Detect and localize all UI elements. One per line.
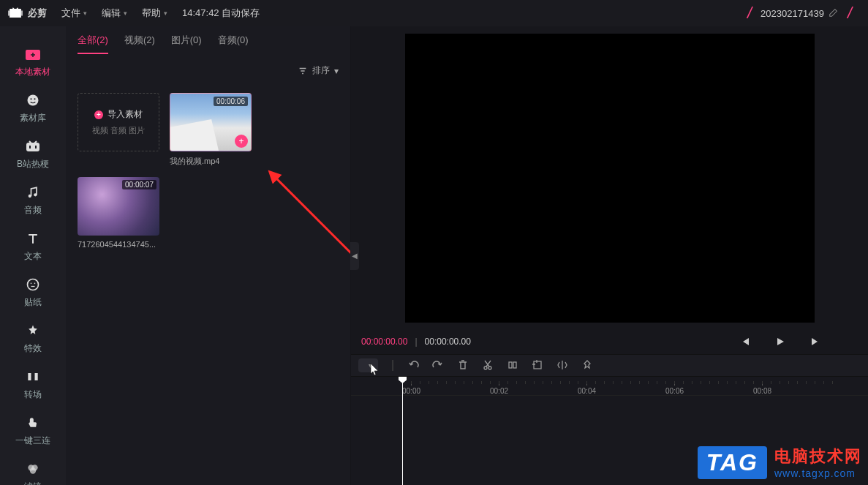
sidebar-item-triple-combo[interactable]: 一键三连: [0, 408, 66, 454]
tick-label: 00:08: [753, 387, 771, 395]
panel-collapse-handle[interactable]: ◀: [350, 242, 359, 270]
left-sidebar: 本地素材 素材库 B站热梗 音频 文本 贴纸 特效 转场: [0, 26, 66, 485]
total-time: 00:00:00.00: [425, 337, 471, 347]
asset-item[interactable]: 00:00:07 7172604544134745...: [78, 177, 159, 249]
svg-rect-6: [26, 143, 39, 151]
preview-canvas[interactable]: [405, 34, 815, 323]
chevron-down-icon: ▾: [83, 10, 87, 17]
svg-point-18: [30, 467, 36, 473]
import-subtitle: 视频 音频 图片: [92, 125, 145, 136]
bijian-logo-icon: [7, 7, 23, 20]
svg-rect-23: [513, 362, 516, 368]
chevron-down-icon: ▾: [369, 361, 372, 369]
next-frame-button[interactable]: [809, 337, 821, 347]
redo-button[interactable]: [432, 359, 444, 371]
timeline-ruler[interactable]: 00:00 00:02 00:04 00:06 00:08: [351, 377, 868, 396]
sidebar-item-label: 音频: [24, 204, 42, 217]
sidebar-item-local-assets[interactable]: 本地素材: [0, 40, 66, 86]
sidebar-item-label: 素材库: [20, 112, 46, 124]
chevron-down-icon: ▾: [164, 10, 167, 17]
svg-rect-22: [509, 362, 512, 368]
autosave-label: 14:47:42 自动保存: [182, 7, 260, 20]
svg-point-9: [29, 195, 31, 198]
tool-selection-mode[interactable]: ▾: [358, 358, 378, 372]
sort-bar[interactable]: 排序 ▾: [66, 54, 350, 83]
svg-point-10: [34, 193, 37, 196]
asset-filename: 7172604544134745...: [78, 240, 159, 249]
sidebar-item-asset-library[interactable]: 素材库: [0, 86, 66, 132]
watermark: TAG 电脑技术网 www.tagxp.com: [698, 445, 862, 479]
pin-button[interactable]: [581, 359, 593, 371]
sidebar-item-bilibili-memes[interactable]: B站热梗: [0, 132, 66, 178]
sidebar-item-text[interactable]: 文本: [0, 224, 66, 270]
sort-label: 排序: [312, 64, 330, 77]
chevron-down-icon: ▾: [334, 66, 339, 76]
timeline-toolbar: ▾ |: [351, 354, 868, 377]
tick-label: 00:00: [402, 387, 420, 395]
undo-button[interactable]: [407, 359, 419, 371]
playback-bar: 00:00:00.00 | 00:00:00.00: [351, 330, 868, 354]
app-logo: 必剪: [7, 7, 47, 20]
svg-point-4: [30, 98, 31, 99]
tab-all[interactable]: 全部(2): [78, 34, 108, 54]
topbar: 必剪 文件▾ 编辑▾ 帮助▾ 14:47:42 自动保存 / 202302171…: [0, 0, 868, 26]
sidebar-item-audio[interactable]: 音频: [0, 178, 66, 224]
menu-file[interactable]: 文件▾: [61, 7, 87, 20]
svg-rect-14: [28, 373, 31, 380]
svg-point-3: [28, 95, 39, 106]
menu-help[interactable]: 帮助▾: [142, 7, 167, 20]
tab-video[interactable]: 视频(2): [124, 34, 155, 54]
sidebar-item-label: 文本: [24, 250, 42, 263]
sidebar-item-filter[interactable]: 滤镜: [0, 454, 66, 485]
sidebar-item-label: 一键三连: [15, 435, 50, 447]
asset-grid: + 导入素材 视频 音频 图片 00:00:06 + 我的视频.mp4 00:0…: [66, 83, 350, 259]
prev-frame-button[interactable]: [739, 337, 751, 347]
asset-duration: 00:00:06: [214, 97, 248, 106]
sidebar-item-sticker[interactable]: 贴纸: [0, 270, 66, 316]
svg-rect-15: [35, 373, 38, 380]
tick-label: 00:04: [578, 387, 596, 395]
split-button[interactable]: [507, 359, 518, 371]
asset-panel: 全部(2) 视频(2) 图片(0) 音频(0) 排序 ▾ + 导入素材 视频 音…: [66, 26, 351, 485]
tick-label: 00:06: [665, 387, 684, 395]
add-to-timeline-button[interactable]: +: [235, 135, 248, 148]
preview-area: [351, 26, 868, 330]
import-asset-button[interactable]: + 导入素材 视频 音频 图片: [78, 93, 159, 167]
sidebar-item-label: 贴纸: [24, 296, 42, 309]
tick-label: 00:02: [490, 387, 508, 395]
svg-point-0: [12, 12, 14, 14]
sort-icon: [298, 66, 308, 76]
delete-button[interactable]: [457, 359, 469, 371]
crop-button[interactable]: [532, 359, 543, 371]
main-layout: 本地素材 素材库 B站热梗 音频 文本 贴纸 特效 转场: [0, 26, 868, 485]
asset-duration: 00:00:07: [122, 180, 156, 189]
watermark-line1: 电脑技术网: [774, 445, 862, 467]
deco-slash-icon: /: [747, 4, 752, 23]
edit-project-name-button[interactable]: [829, 7, 839, 20]
current-time: 00:00:00.00: [361, 337, 407, 347]
timeline-playhead[interactable]: [402, 377, 403, 485]
sidebar-item-label: 转场: [24, 388, 42, 401]
svg-rect-7: [29, 146, 31, 148]
sidebar-item-effects[interactable]: 特效: [0, 316, 66, 362]
play-button[interactable]: [774, 337, 786, 347]
right-pane: 00:00:00.00 | 00:00:00.00 ▾ |: [351, 26, 868, 485]
chevron-down-icon: ▾: [124, 10, 127, 17]
time-separator: |: [415, 337, 417, 347]
app-name: 必剪: [28, 7, 47, 20]
tab-image[interactable]: 图片(0): [171, 34, 202, 54]
svg-rect-8: [35, 146, 37, 148]
asset-filename: 我的视频.mp4: [170, 156, 252, 167]
cut-button[interactable]: [482, 359, 494, 371]
deco-slash-icon: /: [848, 4, 852, 23]
sidebar-item-label: 特效: [24, 342, 42, 355]
watermark-line2: www.tagxp.com: [774, 467, 862, 479]
svg-point-11: [28, 279, 39, 290]
mirror-button[interactable]: [556, 359, 568, 371]
svg-point-13: [34, 283, 36, 285]
asset-item[interactable]: 00:00:06 + 我的视频.mp4: [170, 93, 252, 167]
project-name: 202302171439: [761, 8, 824, 19]
tab-audio[interactable]: 音频(0): [218, 34, 249, 54]
sidebar-item-transition[interactable]: 转场: [0, 362, 66, 408]
menu-edit[interactable]: 编辑▾: [102, 7, 127, 20]
